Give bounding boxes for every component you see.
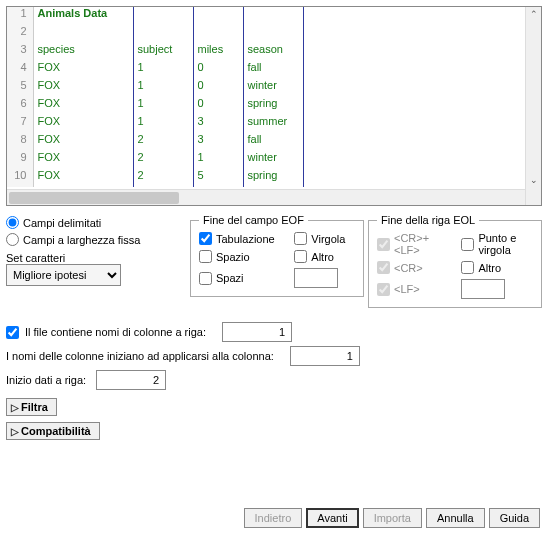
fixed-width-radio[interactable]	[6, 233, 19, 246]
eol-semicolon-checkbox[interactable]	[461, 238, 474, 251]
names-apply-column-input[interactable]	[290, 346, 360, 366]
preview-cell	[133, 7, 193, 25]
preview-cell	[243, 7, 303, 25]
preview-cell: spring	[243, 97, 303, 115]
preview-cell: 0	[193, 97, 243, 115]
charset-label: Set caratteri	[6, 252, 186, 264]
has-column-names-checkbox[interactable]	[6, 326, 19, 339]
preview-row: 3speciessubjectmilesseason	[7, 43, 303, 61]
eol-group: Fine della riga EOL <CR>+<LF> Punto e vi…	[368, 214, 542, 308]
eof-group: Fine del campo EOF Tabulazione Virgola S…	[190, 214, 364, 297]
has-column-names-label: Il file contiene nomi di colonne a riga:	[25, 326, 206, 338]
preview-row: 9FOX21winter	[7, 151, 303, 169]
eol-cr-checkbox	[377, 261, 390, 274]
eof-comma-checkbox[interactable]	[294, 232, 307, 245]
preview-row: 5FOX10winter	[7, 79, 303, 97]
next-button[interactable]: Avanti	[306, 508, 358, 528]
preview-cell: 5	[193, 169, 243, 187]
scroll-up-icon[interactable]: ⌃	[529, 9, 539, 19]
preview-cell: 0	[193, 79, 243, 97]
preview-cell: species	[33, 43, 133, 61]
preview-cell: 3	[193, 115, 243, 133]
expander-icon: ▷	[11, 426, 19, 437]
preview-cell: 0	[193, 61, 243, 79]
eof-space-label: Spazio	[216, 251, 250, 263]
preview-cell: 2	[133, 169, 193, 187]
preview-cell	[33, 25, 133, 43]
preview-cell: 2	[133, 151, 193, 169]
preview-cell: FOX	[33, 97, 133, 115]
preview-cell: fall	[243, 133, 303, 151]
preview-rows: 1Animals Data23speciessubjectmilesseason…	[7, 7, 541, 187]
preview-cell: 3	[193, 133, 243, 151]
eol-legend: Fine della riga EOL	[377, 214, 479, 226]
delimited-radio[interactable]	[6, 216, 19, 229]
preview-cell	[243, 25, 303, 43]
scrollbar-thumb[interactable]	[9, 192, 179, 204]
preview-cell: FOX	[33, 133, 133, 151]
eof-tab-checkbox[interactable]	[199, 232, 212, 245]
preview-cell: Animals Data	[33, 7, 133, 25]
eol-other-checkbox[interactable]	[461, 261, 474, 274]
eof-space-checkbox[interactable]	[199, 250, 212, 263]
data-start-label: Inizio dati a riga:	[6, 374, 86, 386]
help-button[interactable]: Guida	[489, 508, 540, 528]
preview-row: 1Animals Data	[7, 7, 303, 25]
preview-row: 7FOX13summer	[7, 115, 303, 133]
eol-other-label: Altro	[478, 262, 501, 274]
row-number: 6	[7, 97, 33, 115]
compatibility-expander[interactable]: ▷ Compatibilità	[6, 422, 100, 440]
charset-select[interactable]: Migliore ipotesi	[6, 264, 121, 286]
preview-cell: 1	[133, 79, 193, 97]
eof-other-input[interactable]	[294, 268, 338, 288]
compatibility-label: Compatibilità	[21, 425, 91, 437]
preview-cell: summer	[243, 115, 303, 133]
preview-cell: FOX	[33, 169, 133, 187]
preview-cell: spring	[243, 169, 303, 187]
row-number: 5	[7, 79, 33, 97]
fixed-width-label: Campi a larghezza fissa	[23, 234, 140, 246]
cancel-button[interactable]: Annulla	[426, 508, 485, 528]
row-number: 8	[7, 133, 33, 151]
preview-cell: FOX	[33, 61, 133, 79]
import-button: Importa	[363, 508, 422, 528]
preview-cell	[193, 7, 243, 25]
row-number: 7	[7, 115, 33, 133]
preview-cell: miles	[193, 43, 243, 61]
scroll-down-icon[interactable]: ⌄	[529, 175, 539, 185]
horizontal-scrollbar[interactable]	[7, 189, 525, 205]
button-bar: Indietro Avanti Importa Annulla Guida	[244, 508, 540, 528]
filter-expander[interactable]: ▷ Filtra	[6, 398, 57, 416]
row-number: 2	[7, 25, 33, 43]
back-button: Indietro	[244, 508, 303, 528]
row-number: 9	[7, 151, 33, 169]
data-preview: 1Animals Data23speciessubjectmilesseason…	[6, 6, 542, 206]
preview-row: 10FOX25spring	[7, 169, 303, 187]
names-apply-label: I nomi delle colonne iniziano ad applica…	[6, 350, 274, 362]
eol-crlf-checkbox	[377, 238, 390, 251]
preview-row: 4FOX10fall	[7, 61, 303, 79]
preview-cell: winter	[243, 151, 303, 169]
eol-other-input[interactable]	[461, 279, 505, 299]
preview-cell	[193, 25, 243, 43]
expander-icon: ▷	[11, 402, 19, 413]
vertical-scrollbar[interactable]: ⌃ ⌄	[525, 7, 541, 205]
data-start-row-input[interactable]	[96, 370, 166, 390]
eof-other-checkbox[interactable]	[294, 250, 307, 263]
eof-spaces-label: Spazi	[216, 272, 244, 284]
row-number: 1	[7, 7, 33, 25]
preview-row: 2	[7, 25, 303, 43]
eol-lf-checkbox	[377, 283, 390, 296]
preview-row: 6FOX10spring	[7, 97, 303, 115]
eof-other-label: Altro	[311, 251, 334, 263]
column-names-row-input[interactable]	[222, 322, 292, 342]
preview-cell: 1	[193, 151, 243, 169]
preview-cell: FOX	[33, 115, 133, 133]
filter-label: Filtra	[21, 401, 48, 413]
preview-cell: fall	[243, 61, 303, 79]
eof-spaces-checkbox[interactable]	[199, 272, 212, 285]
row-number: 4	[7, 61, 33, 79]
row-number: 10	[7, 169, 33, 187]
preview-row: 8FOX23fall	[7, 133, 303, 151]
eol-crlf-label: <CR>+<LF>	[394, 232, 451, 256]
